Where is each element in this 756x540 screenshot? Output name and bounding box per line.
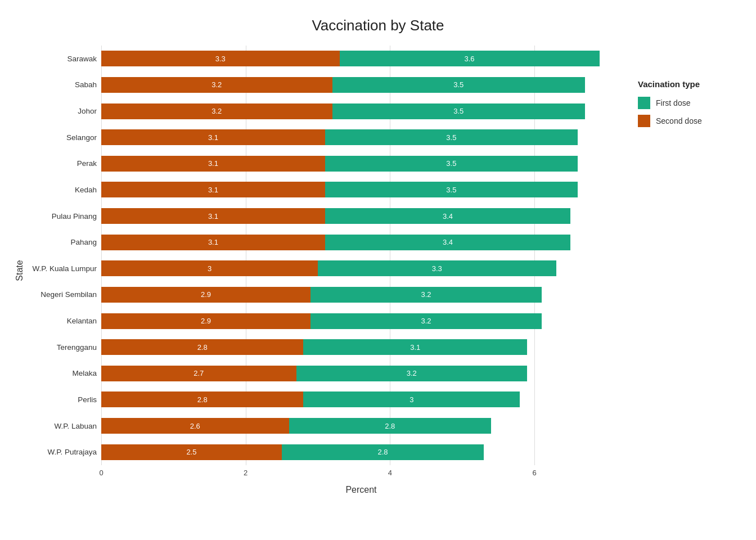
x-axis-label-container: Percent (28, 485, 621, 495)
bar-row: 2.83 (101, 386, 621, 413)
bar-second-dose: 3.1 (101, 182, 325, 197)
bar-row: 3.23.5 (101, 98, 621, 124)
bar-row: 3.13.5 (101, 177, 621, 203)
chart-body: State SarawakSabahJohorSelangorPerakKeda… (11, 46, 745, 495)
bar-second-dose: 2.8 (101, 339, 303, 355)
bar-row: 3.13.5 (101, 151, 621, 177)
legend-label: Second dose (656, 116, 702, 125)
state-label: Negeri Sembilan (28, 282, 97, 308)
legend-color-box (638, 97, 650, 109)
y-axis-label-container: State (11, 46, 28, 495)
state-label: Terengganu (28, 334, 97, 361)
bar-second-dose: 3.2 (101, 104, 332, 119)
bar-row: 2.93.2 (101, 308, 621, 334)
bar-first-dose: 3 (303, 392, 520, 407)
legend-label: First dose (656, 98, 690, 107)
state-label: Perak (28, 151, 97, 177)
bar-second-dose: 2.9 (101, 287, 310, 303)
plot-area: SarawakSabahJohorSelangorPerakKedahPulau… (28, 46, 621, 495)
bar-row: 3.33.6 (101, 46, 621, 72)
legend-items-container: First dose Second dose (638, 97, 745, 127)
bar-row: 3.13.5 (101, 124, 621, 151)
state-label: W.P. Kuala Lumpur (28, 255, 97, 282)
x-axis-ticks: 0246 (101, 469, 621, 483)
bar-second-dose: 3.1 (101, 208, 325, 224)
legend-item: First dose (638, 97, 745, 109)
bar-first-dose: 2.8 (282, 444, 484, 460)
bars-section: SarawakSabahJohorSelangorPerakKedahPulau… (28, 46, 621, 465)
state-label: Kedah (28, 177, 97, 203)
bar-second-dose: 2.8 (101, 392, 303, 407)
bar-row: 2.62.8 (101, 413, 621, 439)
state-label: Kelantan (28, 308, 97, 334)
state-label: Johor (28, 98, 97, 124)
bar-first-dose: 3.2 (310, 287, 542, 303)
bar-second-dose: 3.2 (101, 77, 332, 93)
state-label: Pulau Pinang (28, 203, 97, 230)
bar-second-dose: 3.1 (101, 129, 325, 145)
state-label: Sabah (28, 72, 97, 98)
bar-row: 33.3 (101, 255, 621, 282)
bar-row: 3.23.5 (101, 72, 621, 98)
bar-second-dose: 3.1 (101, 235, 325, 250)
bar-first-dose: 3.2 (296, 366, 528, 381)
bar-first-dose: 3.5 (325, 129, 578, 145)
x-axis-container: 0246 (28, 469, 621, 483)
x-tick: 6 (532, 469, 536, 477)
legend-panel: Vacination type First dose Second dose (621, 46, 745, 495)
bar-row: 2.83.1 (101, 334, 621, 361)
bar-row: 3.13.4 (101, 203, 621, 230)
bar-second-dose: 2.7 (101, 366, 296, 381)
bar-first-dose: 3.1 (303, 339, 527, 355)
y-axis-label: State (15, 260, 25, 281)
bar-first-dose: 3.5 (325, 156, 578, 172)
bar-second-dose: 2.5 (101, 444, 282, 460)
bar-first-dose: 3.5 (325, 182, 578, 197)
bar-first-dose: 3.5 (332, 77, 585, 93)
chart-container: Vaccination by State State SarawakSabahJ… (0, 0, 756, 540)
chart-title: Vaccination by State (312, 17, 444, 34)
state-label: Sarawak (28, 46, 97, 72)
bar-first-dose: 3.5 (332, 104, 585, 119)
x-tick: 0 (99, 469, 103, 477)
bars-and-grid: 3.33.63.23.53.23.53.13.53.13.53.13.53.13… (101, 46, 621, 465)
legend-color-box (638, 115, 650, 127)
state-label: W.P. Putrajaya (28, 439, 97, 465)
bar-second-dose: 3.3 (101, 51, 340, 66)
legend-item: Second dose (638, 115, 745, 127)
legend-title: Vacination type (638, 79, 745, 89)
state-label: Melaka (28, 361, 97, 387)
state-label: Perlis (28, 386, 97, 413)
bar-second-dose: 2.6 (101, 418, 289, 434)
bar-first-dose: 3.3 (318, 260, 556, 276)
bar-row: 2.73.2 (101, 361, 621, 387)
bar-first-dose: 3.4 (325, 208, 570, 224)
bar-second-dose: 2.9 (101, 313, 310, 329)
state-label: Pahang (28, 229, 97, 255)
bar-row: 3.13.4 (101, 229, 621, 255)
bar-first-dose: 3.6 (340, 51, 600, 66)
bar-row: 2.93.2 (101, 282, 621, 308)
bar-first-dose: 2.8 (289, 418, 491, 434)
state-label: Selangor (28, 124, 97, 151)
x-tick: 4 (388, 469, 392, 477)
state-labels: SarawakSabahJohorSelangorPerakKedahPulau… (28, 46, 101, 465)
bar-row: 2.52.8 (101, 439, 621, 465)
bar-second-dose: 3.1 (101, 156, 325, 172)
x-axis-label: Percent (345, 485, 376, 494)
bar-first-dose: 3.2 (310, 313, 542, 329)
bar-second-dose: 3 (101, 260, 318, 276)
bar-first-dose: 3.4 (325, 235, 570, 250)
x-tick: 2 (244, 469, 248, 477)
state-label: W.P. Labuan (28, 413, 97, 439)
